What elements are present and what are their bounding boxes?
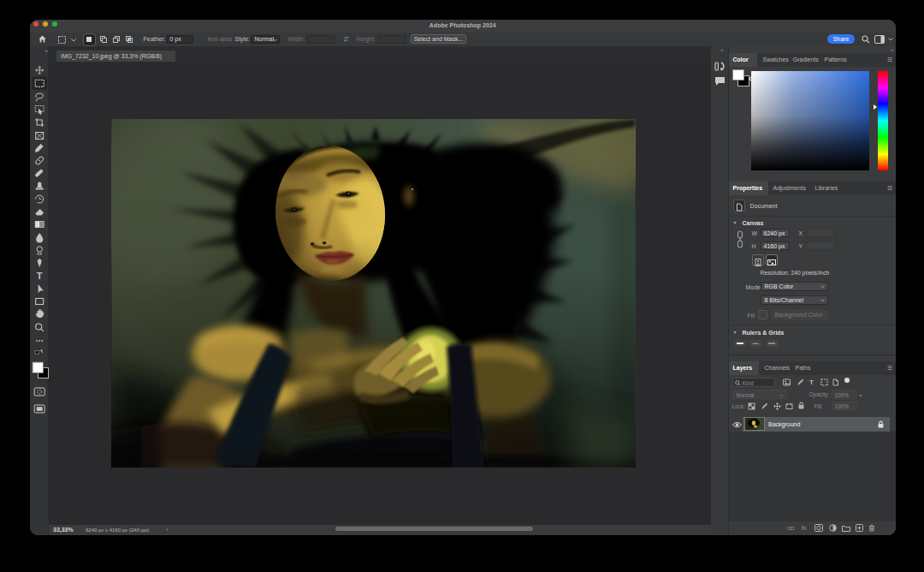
svg-text:T: T — [36, 271, 42, 281]
